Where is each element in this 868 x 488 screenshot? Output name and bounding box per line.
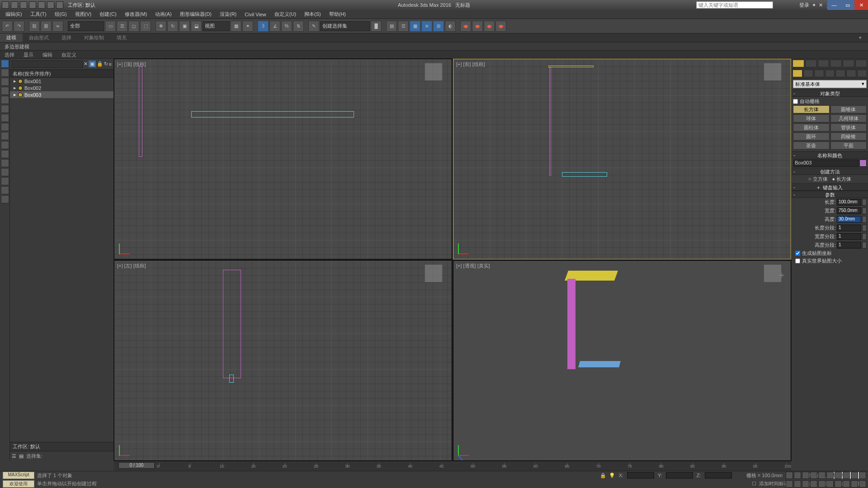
star-icon[interactable]: ✦ bbox=[812, 2, 816, 8]
toggle-ribbon-button[interactable]: ▦ bbox=[410, 21, 420, 32]
se-filter-icon[interactable]: ▣ bbox=[89, 61, 96, 67]
list-item[interactable]: ▸ Box002 bbox=[10, 84, 113, 91]
time-slider[interactable]: 0 / 100 05101520253035404550556065707580… bbox=[114, 461, 791, 471]
spinner-snap-button[interactable]: ⇅ bbox=[293, 21, 304, 32]
se-object-list[interactable]: ▸ Box001 ▸ Box002 ▸ Box003 bbox=[10, 78, 113, 442]
select-object-button[interactable]: ▭ bbox=[105, 21, 116, 32]
align-button[interactable]: ▤ bbox=[386, 21, 397, 32]
close-button[interactable]: ✕ bbox=[854, 0, 868, 10]
object-color-swatch[interactable] bbox=[859, 160, 867, 167]
menu-animation[interactable]: 动画(A) bbox=[151, 11, 175, 18]
time-slider-thumb[interactable]: 0 / 100 bbox=[118, 462, 155, 469]
menu-civilview[interactable]: Civil View bbox=[241, 12, 269, 17]
hseg-input[interactable]: 1 bbox=[837, 242, 861, 249]
wseg-input[interactable]: 1 bbox=[837, 233, 861, 240]
btn-cone[interactable]: 圆锥体 bbox=[830, 105, 867, 113]
viewcube-icon[interactable] bbox=[425, 63, 443, 81]
next-frame-button[interactable] bbox=[810, 472, 817, 479]
rotate-button[interactable]: ↻ bbox=[167, 21, 178, 32]
schematic-button[interactable]: ⊞ bbox=[433, 21, 444, 32]
height-input[interactable]: 30.0mm bbox=[837, 216, 861, 223]
curve-editor-button[interactable]: ≋ bbox=[421, 21, 432, 32]
nav-zoomextall-button[interactable] bbox=[794, 480, 801, 488]
redo-icon[interactable] bbox=[47, 1, 54, 9]
rollout-keyboard-entry[interactable]: + 键盘输入 bbox=[792, 183, 868, 191]
coord-x-input[interactable] bbox=[627, 472, 654, 479]
autogrid-checkbox[interactable] bbox=[793, 99, 798, 104]
se-filter-container[interactable] bbox=[1, 132, 9, 140]
viewport-perspective[interactable]: [+] [透视] [真实] ＋ bbox=[453, 260, 791, 461]
se-workspace-footer[interactable]: 工作区: 默认 bbox=[10, 442, 113, 451]
material-editor-button[interactable]: ◐ bbox=[445, 21, 456, 32]
lock-icon[interactable]: 🔒 bbox=[600, 473, 606, 479]
cp-sub-geometry[interactable] bbox=[793, 70, 802, 77]
layers-button[interactable]: ☰ bbox=[398, 21, 409, 32]
se-sync-icon[interactable]: ↻ bbox=[104, 61, 108, 67]
menu-create[interactable]: 创建(C) bbox=[96, 11, 120, 18]
radio-cube[interactable]: ○ 立方体 bbox=[808, 176, 828, 183]
btn-geosphere[interactable]: 几何球体 bbox=[830, 114, 867, 122]
cp-tab-display[interactable] bbox=[843, 60, 854, 67]
minimize-button[interactable]: — bbox=[827, 0, 841, 10]
se-btn-b[interactable] bbox=[1, 177, 9, 185]
spinner-arrows[interactable] bbox=[862, 242, 867, 249]
angle-snap-button[interactable]: ∡ bbox=[269, 21, 280, 32]
spinner-arrows[interactable] bbox=[862, 216, 867, 223]
btn-torus[interactable]: 圆环 bbox=[793, 132, 830, 141]
cp-sub-systems[interactable] bbox=[857, 70, 867, 77]
nav-extra2[interactable] bbox=[835, 480, 842, 488]
viewport-label[interactable]: [+] [左] [线框] bbox=[117, 263, 146, 269]
layer-icon[interactable]: ☰ bbox=[12, 453, 16, 459]
se-view-icon[interactable]: ≡ bbox=[109, 61, 112, 67]
nav-orbit-button[interactable] bbox=[810, 480, 817, 488]
cp-sub-spacewarp[interactable] bbox=[846, 70, 856, 77]
nav-extra3[interactable] bbox=[843, 480, 850, 488]
se-filter-helpers[interactable] bbox=[1, 105, 9, 113]
gen-uv-checkbox[interactable] bbox=[795, 251, 800, 256]
prev-frame-button[interactable] bbox=[794, 472, 801, 479]
render-frame-button[interactable]: 🫖 bbox=[472, 21, 483, 32]
se-filter-geom[interactable] bbox=[1, 69, 9, 77]
nav-zoomext-button[interactable] bbox=[786, 480, 793, 488]
se-tab-select[interactable]: 选择 bbox=[5, 52, 14, 57]
viewcube-icon[interactable] bbox=[764, 264, 782, 282]
se-tab-customize[interactable]: 自定义 bbox=[61, 52, 76, 57]
viewport-label[interactable]: [+] [顶] [线框] bbox=[117, 61, 146, 68]
time-ruler[interactable]: 0510152025303540455055606570758085909510… bbox=[159, 463, 787, 469]
goto-end-button[interactable] bbox=[818, 472, 826, 479]
nav-fov-button[interactable] bbox=[851, 472, 858, 479]
viewcube-icon[interactable] bbox=[764, 63, 782, 81]
se-column-header[interactable]: 名称(按升序排序) bbox=[10, 70, 113, 78]
nav-zoom-button[interactable] bbox=[835, 472, 842, 479]
menu-group[interactable]: 组(G) bbox=[51, 11, 71, 18]
spinner-arrows[interactable] bbox=[862, 207, 867, 214]
object-name-input[interactable]: Box003 bbox=[793, 160, 859, 167]
goto-start-button[interactable] bbox=[786, 472, 793, 479]
ribbon-tab-modeling[interactable]: 建模 bbox=[0, 33, 23, 42]
percent-snap-button[interactable]: % bbox=[281, 21, 292, 32]
new-icon[interactable] bbox=[11, 1, 18, 9]
ribbon-tab-selection[interactable]: 选择 bbox=[55, 33, 78, 42]
select-region-button[interactable]: ◻ bbox=[128, 21, 139, 32]
maximize-button[interactable]: ▭ bbox=[841, 0, 854, 10]
menu-modifiers[interactable]: 修改器(M) bbox=[121, 11, 151, 18]
exchange-icon[interactable]: ✕ bbox=[819, 2, 823, 8]
se-search-input[interactable] bbox=[12, 61, 83, 68]
layerset-icon[interactable]: ▤ bbox=[19, 453, 24, 459]
cp-sub-lights[interactable] bbox=[814, 70, 824, 77]
link-icon[interactable] bbox=[56, 1, 63, 9]
cp-category-combo[interactable]: 标准基本体▾ bbox=[793, 80, 867, 88]
btn-cylinder[interactable]: 圆柱体 bbox=[793, 123, 830, 131]
se-lock-icon[interactable]: 🔒 bbox=[97, 61, 103, 67]
render-setup-button[interactable]: 🫖 bbox=[460, 21, 471, 32]
btn-tube[interactable]: 管状体 bbox=[830, 123, 867, 131]
cp-tab-hierarchy[interactable] bbox=[818, 60, 830, 67]
render-button[interactable]: 🫖 bbox=[484, 21, 495, 32]
btn-sphere[interactable]: 球体 bbox=[793, 114, 830, 122]
width-input[interactable]: 750.0mm bbox=[837, 207, 861, 214]
window-crossing-button[interactable]: ⬚ bbox=[140, 21, 151, 32]
se-filter-shapes[interactable] bbox=[1, 78, 9, 86]
menu-edit[interactable]: 编辑(E) bbox=[2, 11, 26, 18]
viewport-front[interactable]: [+] [前] [线框] bbox=[453, 59, 791, 259]
cp-sub-helpers[interactable] bbox=[835, 70, 845, 77]
